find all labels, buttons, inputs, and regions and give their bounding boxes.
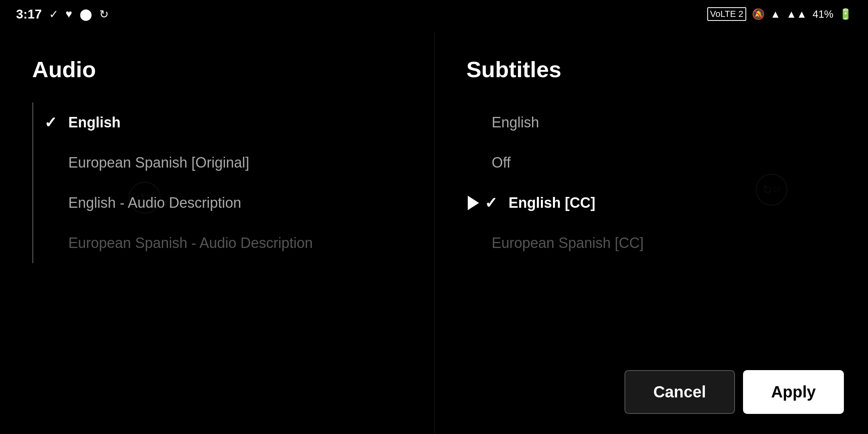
subtitle-european-spanish-cc-label: European Spanish [CC] bbox=[492, 235, 644, 252]
subtitle-english-label: English bbox=[492, 114, 539, 131]
circle-icon: ⬤ bbox=[80, 8, 92, 21]
audio-section: Audio ✓ English ✓ European Spanish [Orig… bbox=[0, 32, 434, 434]
audio-option-european-spanish-ad[interactable]: ✓ European Spanish - Audio Description bbox=[43, 223, 402, 263]
audio-option-english-ad[interactable]: ✓ English - Audio Description bbox=[43, 183, 402, 223]
status-left: 3:17 ✓ ♥ ⬤ ↻ bbox=[16, 7, 108, 22]
wifi-icon: ▲ bbox=[770, 8, 781, 20]
subtitle-option-off[interactable]: ✓ Off bbox=[467, 143, 836, 183]
volte-icon: VoLTE 2 bbox=[707, 7, 746, 21]
battery-text: 41% bbox=[813, 8, 833, 20]
check-icon: ✓ bbox=[49, 8, 58, 21]
audio-section-title: Audio bbox=[32, 56, 402, 82]
audio-european-spanish-label: European Spanish [Original] bbox=[68, 154, 249, 171]
mute-icon: 🔕 bbox=[752, 8, 765, 20]
play-icon-cc bbox=[468, 196, 479, 210]
heart-icon: ♥ bbox=[66, 8, 72, 20]
subtitle-option-european-spanish-cc[interactable]: ✓ European Spanish [CC] bbox=[467, 223, 836, 263]
cancel-button[interactable]: Cancel bbox=[624, 370, 735, 414]
audio-option-english[interactable]: ✓ English bbox=[43, 102, 402, 143]
audio-english-ad-label: English - Audio Description bbox=[68, 194, 241, 211]
bottom-buttons: Cancel Apply bbox=[624, 370, 844, 414]
check-icon-english: ✓ bbox=[44, 114, 64, 131]
audio-option-european-spanish[interactable]: ✓ European Spanish [Original] bbox=[43, 143, 402, 183]
status-bar: 3:17 ✓ ♥ ⬤ ↻ VoLTE 2 🔕 ▲ ▲▲ 41% 🔋 bbox=[0, 0, 868, 28]
subtitle-option-english-cc[interactable]: ✓ English [CC] bbox=[467, 183, 836, 223]
apply-button[interactable]: Apply bbox=[743, 370, 844, 414]
audio-options-list: ✓ English ✓ European Spanish [Original] … bbox=[32, 102, 402, 263]
subtitle-english-cc-label: English [CC] bbox=[509, 194, 596, 211]
subtitle-option-english[interactable]: ✓ English bbox=[467, 102, 836, 143]
audio-european-spanish-ad-label: European Spanish - Audio Description bbox=[68, 235, 313, 252]
status-right: VoLTE 2 🔕 ▲ ▲▲ 41% 🔋 bbox=[707, 7, 852, 21]
audio-english-label: English bbox=[68, 114, 121, 131]
status-time: 3:17 bbox=[16, 7, 42, 22]
battery-icon: 🔋 bbox=[839, 8, 852, 20]
check-icon-english-cc: ✓ bbox=[485, 194, 505, 212]
signal-icon: ▲▲ bbox=[786, 8, 807, 20]
subtitles-section-title: Subtitles bbox=[467, 56, 836, 82]
subtitle-off-label: Off bbox=[492, 154, 511, 171]
link-icon: ↻ bbox=[99, 8, 108, 21]
subtitles-options-list: ✓ English ✓ Off ✓ English [CC] ✓ Europea… bbox=[467, 102, 836, 263]
